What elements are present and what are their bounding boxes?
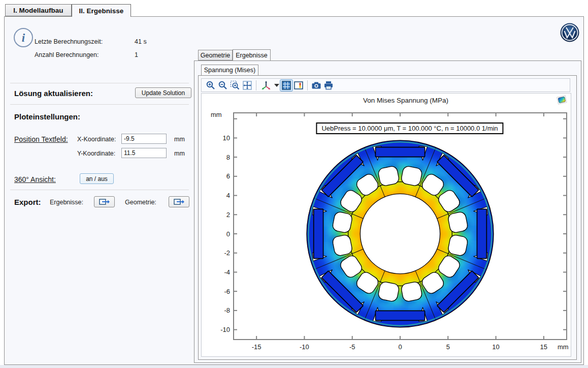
tab-modellaufbau[interactable]: I. Modellaufbau — [5, 4, 72, 16]
print-icon[interactable] — [322, 80, 335, 91]
svg-text:8: 8 — [226, 154, 230, 161]
zoom-extents-icon[interactable] — [241, 80, 253, 91]
y-coordinate-input[interactable] — [121, 148, 167, 158]
position-textfield-label: Position Textfeld: — [14, 135, 68, 143]
y-coordinate-unit: mm — [174, 150, 185, 157]
svg-text:mm: mm — [211, 111, 222, 118]
zoom-out-icon[interactable] — [217, 80, 229, 91]
svg-text:4: 4 — [226, 192, 230, 199]
export-icon — [174, 198, 185, 205]
tab-ergebnisse-label: II. Ergebnisse — [79, 7, 124, 15]
view-360-toggle-button[interactable]: an / aus — [80, 173, 114, 184]
view-orientation-icon[interactable] — [259, 80, 273, 91]
svg-text:10: 10 — [492, 343, 499, 351]
svg-text:10: 10 — [223, 134, 230, 142]
svg-text:0: 0 — [398, 343, 402, 351]
divider — [10, 83, 189, 83]
update-solution-button-label: Update Solution — [142, 89, 185, 97]
tab-modellaufbau-label: I. Modellaufbau — [13, 7, 63, 14]
export-geometry-button[interactable] — [169, 196, 189, 207]
svg-text:2: 2 — [226, 211, 230, 219]
svg-text:5: 5 — [446, 343, 450, 351]
stress-plot: -15-10-5051015-10-8-6-4-20246810mmmm — [202, 94, 570, 355]
app-window: { "main_tabs": [ {"label": "I. Modellauf… — [0, 0, 588, 368]
x-coordinate-input[interactable] — [121, 134, 167, 144]
export-results-label: Ergebnisse: — [50, 199, 83, 206]
update-solution-button[interactable]: Update Solution — [135, 87, 191, 98]
svg-text:-4: -4 — [224, 268, 230, 276]
y-coordinate-label: Y-Koordinate: — [77, 150, 115, 157]
svg-text:6: 6 — [226, 172, 230, 180]
tab-ergebnisse[interactable]: II. Ergebnisse — [72, 4, 131, 17]
results-tab-ergebnisse[interactable]: Ergebnisse — [233, 49, 271, 60]
vw-logo — [560, 23, 579, 42]
svg-text:-5: -5 — [349, 343, 355, 351]
snapshot-icon[interactable] — [310, 80, 322, 91]
svg-text:-8: -8 — [224, 306, 230, 314]
svg-text:-10: -10 — [220, 326, 230, 333]
export-heading: Export: — [14, 198, 41, 206]
computation-count-label: Anzahl Berechnungen: — [35, 51, 99, 58]
divider — [10, 104, 189, 105]
svg-text:-2: -2 — [224, 249, 230, 257]
svg-text:-15: -15 — [252, 343, 262, 351]
view-360-label: 360° Ansicht: — [14, 175, 56, 183]
plot-canvas[interactable]: Von Mises Spannung (MPa) UebPress = 10.0… — [201, 93, 571, 357]
results-tab-geometrie[interactable]: Geometrie — [198, 50, 233, 60]
update-solution-label: Lösung aktualisieren: — [14, 89, 93, 98]
subtab-spannung-mises[interactable]: Spannung (Mises) — [201, 65, 258, 75]
export-results-button[interactable] — [94, 196, 115, 207]
toolbar-separator — [256, 80, 256, 90]
svg-text:mm: mm — [558, 343, 569, 351]
info-icon: i — [14, 28, 33, 47]
computation-count-value: 1 — [135, 51, 138, 58]
svg-text:-6: -6 — [224, 288, 230, 295]
x-coordinate-label: X-Koordinate: — [77, 136, 116, 143]
subtab-spannung-mises-label: Spannung (Mises) — [204, 67, 255, 74]
x-coordinate-unit: mm — [174, 136, 185, 143]
plot-toolbar — [201, 78, 570, 92]
svg-text:-10: -10 — [300, 343, 309, 351]
last-computation-value: 41 s — [135, 38, 147, 45]
export-geometry-label: Geometrie: — [125, 199, 156, 206]
toolbar-separator — [307, 80, 308, 90]
zoom-box-icon[interactable] — [229, 80, 241, 91]
last-computation-label: Letzte Berechnungszeit: — [35, 38, 103, 45]
svg-text:0: 0 — [226, 230, 230, 238]
results-tab-geometrie-label: Geometrie — [201, 52, 230, 59]
grid-icon[interactable] — [280, 80, 292, 91]
divider — [10, 190, 189, 190]
view-orientation-dropdown-icon[interactable] — [273, 80, 280, 91]
results-tab-ergebnisse-label: Ergebnisse — [236, 52, 268, 59]
export-icon — [99, 198, 110, 205]
svg-text:15: 15 — [540, 343, 547, 351]
color-legend-icon[interactable] — [292, 80, 305, 91]
view-360-toggle-label: an / aus — [86, 175, 108, 182]
window-bottom-strip — [0, 365, 588, 368]
plot-settings-heading: Ploteinstellungen: — [14, 112, 80, 121]
zoom-in-icon[interactable] — [205, 80, 217, 91]
